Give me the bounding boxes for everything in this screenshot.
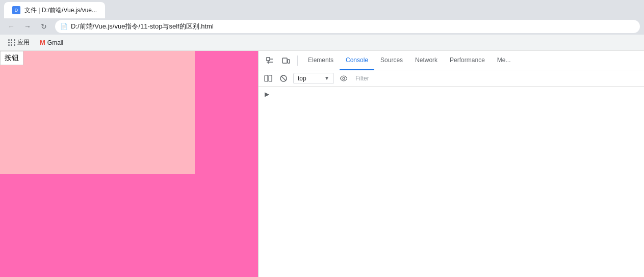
apps-icon <box>8 39 15 46</box>
active-tab[interactable]: D 文件 | D:/前端/Vue.js/vue... <box>4 2 105 18</box>
tab-title: 文件 | D:/前端/Vue.js/vue... <box>24 6 97 15</box>
console-content: ▶ <box>259 87 644 277</box>
tab-more[interactable]: Me... <box>491 51 517 70</box>
browser-chrome: D 文件 | D:/前端/Vue.js/vue... ← → ↻ 📄 D:/前端… <box>0 0 644 51</box>
console-expand-arrow[interactable]: ▶ <box>263 89 640 100</box>
svg-line-9 <box>281 76 286 80</box>
webpage-button[interactable]: 按钮 <box>0 51 23 65</box>
console-sidebar-button[interactable] <box>263 73 274 84</box>
devtools-panel: Elements Console Sources Network Perform… <box>258 51 644 277</box>
device-toolbar-button[interactable] <box>279 53 293 68</box>
console-bar: top ▼ <box>259 70 644 87</box>
bookmark-apps[interactable]: 应用 <box>4 37 34 49</box>
forward-button[interactable]: → <box>20 19 35 34</box>
devtools-toolbar: Elements Console Sources Network Perform… <box>259 51 644 70</box>
tab-bar: D 文件 | D:/前端/Vue.js/vue... <box>0 0 644 18</box>
arrow-icon: ▶ <box>265 91 269 98</box>
toolbar-separator <box>297 56 298 66</box>
svg-point-10 <box>343 77 345 79</box>
inner-light-pink-box[interactable] <box>0 51 195 174</box>
tab-console[interactable]: Console <box>340 51 374 70</box>
apps-label: 应用 <box>17 38 30 47</box>
nav-buttons: ← → ↻ <box>4 19 51 34</box>
dropdown-arrow-icon: ▼ <box>324 75 329 81</box>
main-area: 按钮 <box>0 51 644 277</box>
context-dropdown-value: top <box>298 75 306 82</box>
tab-network[interactable]: Network <box>409 51 444 70</box>
svg-rect-6 <box>265 75 268 81</box>
tab-sources[interactable]: Sources <box>374 51 409 70</box>
context-dropdown[interactable]: top ▼ <box>293 73 334 84</box>
webpage-content: 按钮 <box>0 51 258 277</box>
address-bar-row: ← → ↻ 📄 D:/前端/Vue.js/vue指令/11-stop与self的… <box>0 18 644 35</box>
bookmark-gmail[interactable]: M Gmail <box>36 37 67 49</box>
eye-icon <box>340 75 348 81</box>
inspect-element-button[interactable] <box>263 53 277 68</box>
gmail-label: Gmail <box>47 39 63 46</box>
clear-console-button[interactable] <box>278 73 289 84</box>
svg-rect-4 <box>282 58 287 63</box>
svg-rect-5 <box>288 60 290 63</box>
reload-button[interactable]: ↻ <box>37 19 51 34</box>
filter-input[interactable] <box>353 75 640 82</box>
address-bar[interactable]: 📄 D:/前端/Vue.js/vue指令/11-stop与self的区别.htm… <box>55 20 640 33</box>
address-lock-icon: 📄 <box>60 23 68 30</box>
bookmarks-bar: 应用 M Gmail <box>0 35 644 51</box>
tab-performance[interactable]: Performance <box>444 51 491 70</box>
device-icon <box>282 57 290 65</box>
console-sidebar-icon <box>264 74 272 82</box>
svg-rect-7 <box>269 75 272 81</box>
gmail-icon: M <box>40 39 45 46</box>
clear-icon <box>279 74 288 82</box>
tab-elements[interactable]: Elements <box>302 51 340 70</box>
address-text: D:/前端/Vue.js/vue指令/11-stop与self的区别.html <box>71 22 214 31</box>
inspect-icon <box>266 57 274 65</box>
devtools-tabs: Elements Console Sources Network Perform… <box>302 51 640 70</box>
svg-rect-0 <box>267 58 270 61</box>
tab-favicon: D <box>12 6 20 14</box>
custom-formatters-button[interactable] <box>338 73 349 84</box>
back-button[interactable]: ← <box>4 19 18 34</box>
